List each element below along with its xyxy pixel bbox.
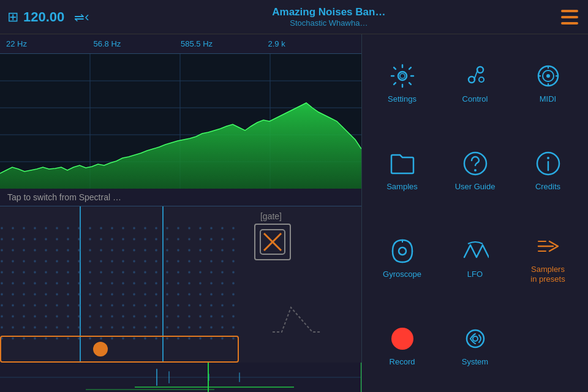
- eq-icon[interactable]: ⇌: [74, 10, 85, 24]
- lfo-icon-wrap: [459, 235, 491, 267]
- system-icon-wrap: [459, 323, 491, 355]
- preset-subtitle: Stochastic Whawha…: [99, 18, 559, 28]
- title-block: Amazing Noises Ban… Stochastic Whawha…: [99, 6, 559, 28]
- user-guide-icon-wrap: [459, 148, 491, 179]
- svg-rect-19: [239, 372, 240, 382]
- main-layout: 22 Hz 56.8 Hz 585.5 Hz 2.9 k: [0, 34, 588, 392]
- link-icon: ⊞: [7, 9, 18, 25]
- info-icon: [535, 150, 562, 177]
- freq-bar: 22 Hz 56.8 Hz 585.5 Hz 2.9 k: [0, 34, 361, 54]
- sequencer-area[interactable]: [gate]: [0, 206, 361, 363]
- menu-item-samples[interactable]: Samples: [367, 127, 437, 212]
- svg-rect-17: [168, 371, 170, 383]
- samples-label: Samples: [386, 182, 418, 192]
- control-icon-wrap: [459, 60, 491, 92]
- svg-point-32: [546, 74, 550, 78]
- freq-5855hz: 585.5 Hz: [181, 39, 268, 48]
- credits-label: Credits: [535, 182, 560, 192]
- menu-item-control[interactable]: Control: [440, 39, 510, 124]
- right-panel: Settings Control: [361, 34, 588, 392]
- svg-rect-16: [156, 369, 157, 386]
- menu-item-settings[interactable]: Settings: [367, 39, 437, 124]
- back-button[interactable]: ‹: [85, 9, 89, 25]
- svg-point-24: [398, 72, 407, 80]
- svg-point-41: [547, 157, 549, 159]
- menu-item-credits[interactable]: Credits: [513, 127, 583, 212]
- gyroscope-icon-wrap: [386, 235, 418, 267]
- menu-item-lfo[interactable]: LFO: [440, 214, 510, 300]
- svg-point-42: [399, 247, 406, 255]
- menu-item-gyroscope[interactable]: Gyroscope: [367, 214, 437, 300]
- svg-rect-11: [0, 227, 239, 343]
- svg-point-38: [474, 169, 477, 172]
- svg-rect-1: [561, 16, 578, 18]
- gate-label: [gate]: [260, 211, 282, 221]
- envelope-svg: [270, 304, 325, 335]
- midi-label: MIDI: [540, 94, 556, 104]
- spectrum-visualizer[interactable]: [0, 54, 361, 189]
- note-handle[interactable]: [93, 342, 108, 356]
- gyroscope-label: Gyroscope: [383, 270, 421, 279]
- gate-x-icon: [259, 228, 286, 255]
- record-dot-icon: [391, 328, 413, 350]
- svg-point-25: [400, 74, 405, 78]
- active-note-bar[interactable]: [0, 336, 239, 363]
- system-icon: [462, 325, 489, 352]
- gyroscope-icon: [389, 238, 416, 265]
- svg-rect-0: [561, 10, 578, 12]
- midi-icon: [535, 62, 562, 89]
- svg-rect-2: [561, 22, 578, 24]
- menu-item-samplers-presets[interactable]: Samplers in presets: [513, 214, 583, 300]
- switch-mode-text[interactable]: Tap to switch from Spectral …: [0, 189, 361, 206]
- samplers-presets-label: Samplers in presets: [530, 265, 565, 284]
- record-icon-wrap: [386, 323, 418, 355]
- samplers-presets-icon-wrap: [532, 230, 564, 262]
- freq-22hz: 22 Hz: [6, 39, 94, 48]
- menu-item-system[interactable]: System: [440, 302, 510, 387]
- app-header: ⊞ 120.00 ⇌ ‹ Amazing Noises Ban… Stochas…: [0, 0, 588, 34]
- svg-point-28: [479, 77, 484, 82]
- user-guide-label: User Guide: [455, 182, 496, 192]
- bottom-waveform-svg: [0, 363, 361, 392]
- svg-point-46: [473, 336, 478, 341]
- bottom-waveform: [0, 363, 361, 392]
- svg-point-27: [469, 77, 475, 83]
- settings-icon-wrap: [386, 60, 418, 92]
- midi-icon-wrap: [532, 60, 564, 92]
- menu-item-user-guide[interactable]: User Guide: [440, 127, 510, 212]
- gate-icon[interactable]: [254, 224, 291, 260]
- samples-icon-wrap: [386, 148, 418, 179]
- control-label: Control: [462, 94, 488, 104]
- left-panel: 22 Hz 56.8 Hz 585.5 Hz 2.9 k: [0, 34, 361, 392]
- control-icon: [462, 62, 489, 89]
- folder-icon: [389, 150, 416, 177]
- menu-item-record[interactable]: Record: [367, 302, 437, 387]
- lfo-icon: [462, 238, 489, 265]
- bank-title: Amazing Noises Ban…: [99, 6, 559, 18]
- freq-29k: 2.9 k: [268, 39, 356, 48]
- menu-item-midi[interactable]: MIDI: [513, 39, 583, 124]
- svg-point-26: [477, 67, 483, 73]
- settings-label: Settings: [388, 94, 417, 104]
- bpm-display[interactable]: 120.00: [23, 9, 64, 25]
- question-icon: [462, 150, 489, 177]
- record-label: Record: [390, 357, 415, 367]
- arrow-right-icon: [535, 233, 562, 260]
- freq-568hz: 56.8 Hz: [94, 39, 181, 48]
- gear-icon: [389, 62, 416, 89]
- main-menu-icon[interactable]: [559, 6, 581, 28]
- svg-line-29: [474, 70, 478, 80]
- system-label: System: [462, 357, 488, 367]
- credits-icon-wrap: [532, 148, 564, 179]
- lfo-label: LFO: [467, 270, 483, 279]
- spectrum-svg: [0, 54, 361, 189]
